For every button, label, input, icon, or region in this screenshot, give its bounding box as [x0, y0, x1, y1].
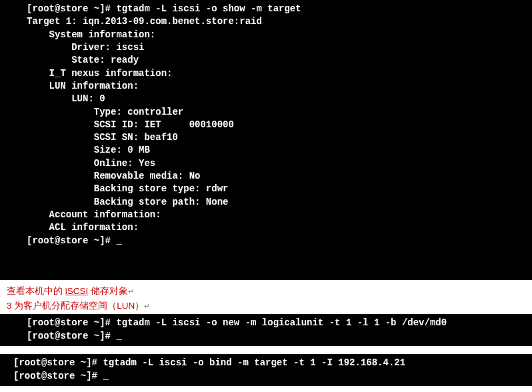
annotation-text: 3 为客户机分配存储空间（LUN）: [7, 301, 144, 311]
annotation-block: 查看本机中的 iSCSI 储存对象↵ 3 为客户机分配存储空间（LUN）↵: [0, 283, 532, 314]
shell-command: tgtadm -L iscsi -o new -m logicalunit -t…: [116, 317, 447, 328]
return-arrow-icon: ↵: [128, 287, 134, 295]
spacer: [0, 349, 532, 354]
cursor-icon: [116, 235, 121, 246]
return-arrow-icon: ↵: [144, 302, 150, 310]
shell-prompt: [root@store ~]#: [27, 331, 116, 341]
annotation-text: 储存对象: [88, 286, 128, 296]
cursor-icon: [103, 371, 108, 381]
shell-command: tgtadm -L iscsi -o show -m target: [116, 3, 301, 14]
shell-command: tgtadm -L iscsi -o bind -m target -t 1 -…: [103, 357, 405, 368]
terminal-output-2: [root@store ~]# tgtadm -L iscsi -o new -…: [0, 314, 532, 346]
shell-prompt: [root@store ~]#: [13, 357, 103, 368]
shell-prompt: [root@store ~]#: [13, 371, 103, 381]
shell-prompt: [root@store ~]#: [27, 317, 116, 328]
annotation-text: 查看本机中的: [7, 286, 65, 296]
terminal-output-1: [root@store ~]# tgtadm -L iscsi -o show …: [0, 0, 532, 280]
annotation-line-1: 查看本机中的 iSCSI 储存对象↵: [7, 284, 525, 299]
cursor-icon: [116, 331, 121, 341]
command-output: Target 1: iqn.2013-09.com.benet.store:ra…: [27, 16, 262, 233]
shell-prompt: [root@store ~]#: [27, 235, 116, 246]
iscsi-link[interactable]: iSCSI: [65, 286, 89, 296]
shell-prompt: [root@store ~]#: [27, 3, 116, 14]
terminal-output-3: [root@store ~]# tgtadm -L iscsi -o bind …: [0, 354, 532, 386]
annotation-line-2: 3 为客户机分配存储空间（LUN）↵: [7, 299, 525, 313]
